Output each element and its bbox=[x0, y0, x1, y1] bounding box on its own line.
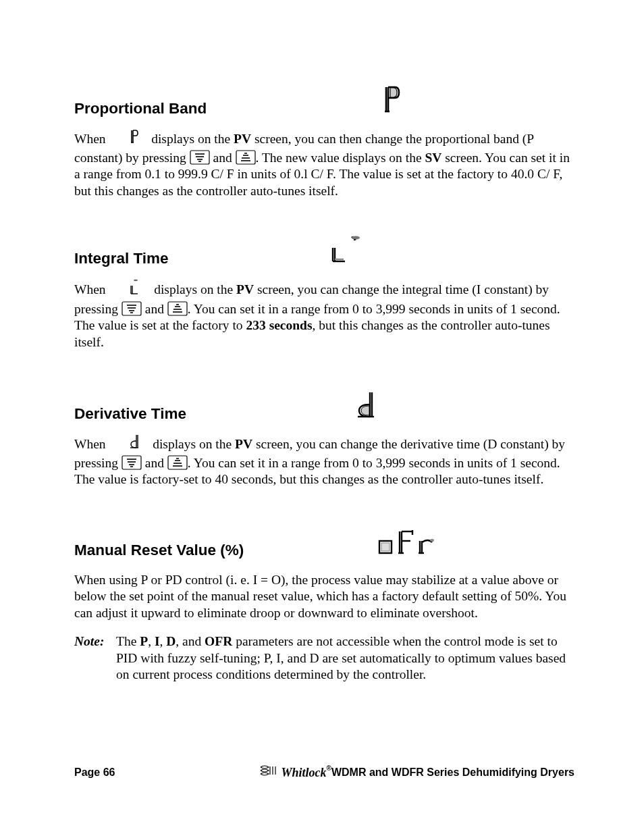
section-header: Integral Time bbox=[74, 236, 574, 268]
text-pv: PV bbox=[235, 437, 252, 451]
page-number: Page 66 bbox=[74, 766, 115, 779]
section-header: Derivative Time bbox=[74, 391, 574, 423]
text: D bbox=[166, 634, 176, 648]
page-footer: Page 66 Whitlock® WDMR and WDFR Series D… bbox=[74, 765, 574, 781]
svg-rect-1 bbox=[236, 151, 255, 164]
svg-rect-9 bbox=[381, 543, 390, 551]
text: , and bbox=[176, 634, 205, 648]
svg-rect-6 bbox=[122, 456, 141, 469]
text: and bbox=[142, 456, 167, 470]
ofr-large-icon bbox=[377, 529, 441, 560]
text: When using P or PD control (i. e. I = O)… bbox=[74, 573, 566, 620]
svg-rect-0 bbox=[190, 151, 209, 164]
paragraph: When displays on the PV screen, you can … bbox=[74, 436, 574, 488]
svg-rect-5 bbox=[168, 302, 187, 315]
heading-integral-time: Integral Time bbox=[74, 249, 169, 268]
paragraph: When displays on the PV screen, you can … bbox=[74, 280, 574, 350]
text-sv: SV bbox=[425, 151, 441, 165]
text: The bbox=[116, 634, 140, 648]
text: , bbox=[159, 634, 166, 648]
text: When bbox=[74, 437, 109, 451]
text-bold: 233 seconds bbox=[246, 318, 313, 332]
reg-mark: ® bbox=[327, 764, 331, 773]
text: displays on the bbox=[149, 437, 235, 451]
text-pv: PV bbox=[236, 282, 254, 296]
heading-proportional-band: Proportional Band bbox=[74, 99, 207, 118]
text: , bbox=[148, 634, 155, 648]
text: When bbox=[74, 132, 109, 146]
document-page: Proportional Band When displays on the P… bbox=[0, 0, 644, 834]
d-large-icon bbox=[355, 391, 378, 423]
text: . The new value displays on the bbox=[256, 151, 425, 165]
d-small-icon bbox=[129, 434, 140, 453]
down-button-icon bbox=[190, 150, 210, 165]
down-button-icon bbox=[122, 455, 142, 470]
up-button-icon bbox=[167, 301, 188, 316]
section-header: Proportional Band bbox=[74, 84, 574, 118]
i-large-icon bbox=[330, 236, 372, 268]
text: OFR bbox=[205, 634, 232, 648]
paragraph: When displays on the PV screen, you can … bbox=[74, 130, 574, 199]
p-small-icon bbox=[129, 129, 138, 148]
svg-rect-4 bbox=[122, 302, 141, 315]
note-label: Note: bbox=[74, 634, 104, 648]
text: P bbox=[140, 634, 148, 648]
text: When bbox=[74, 282, 109, 296]
up-button-icon bbox=[167, 455, 188, 470]
svg-point-2 bbox=[352, 236, 360, 240]
text: displays on the bbox=[151, 282, 236, 296]
brand-logo-icon bbox=[260, 765, 279, 779]
p-large-icon bbox=[380, 84, 402, 118]
svg-point-10 bbox=[430, 539, 434, 542]
text: displays on the bbox=[148, 132, 234, 146]
heading-manual-reset: Manual Reset Value (%) bbox=[74, 541, 244, 560]
section-header: Manual Reset Value (%) bbox=[74, 529, 574, 560]
note-body: The P, I, D, and OFR parameters are not … bbox=[116, 633, 574, 683]
text-pv: PV bbox=[234, 132, 251, 146]
i-small-icon bbox=[129, 279, 141, 299]
heading-derivative-time: Derivative Time bbox=[74, 405, 186, 423]
text: and bbox=[210, 151, 236, 165]
svg-rect-7 bbox=[168, 456, 187, 469]
note-block: Note: The P, I, D, and OFR parameters ar… bbox=[74, 633, 574, 683]
brand-name: Whitlock bbox=[281, 765, 327, 781]
svg-point-3 bbox=[134, 280, 138, 281]
text: and bbox=[142, 302, 167, 316]
paragraph: When using P or PD control (i. e. I = O)… bbox=[74, 572, 574, 621]
footer-title: WDMR and WDFR Series Dehumidifying Dryer… bbox=[331, 766, 574, 779]
up-button-icon bbox=[236, 150, 256, 165]
down-button-icon bbox=[122, 301, 142, 316]
